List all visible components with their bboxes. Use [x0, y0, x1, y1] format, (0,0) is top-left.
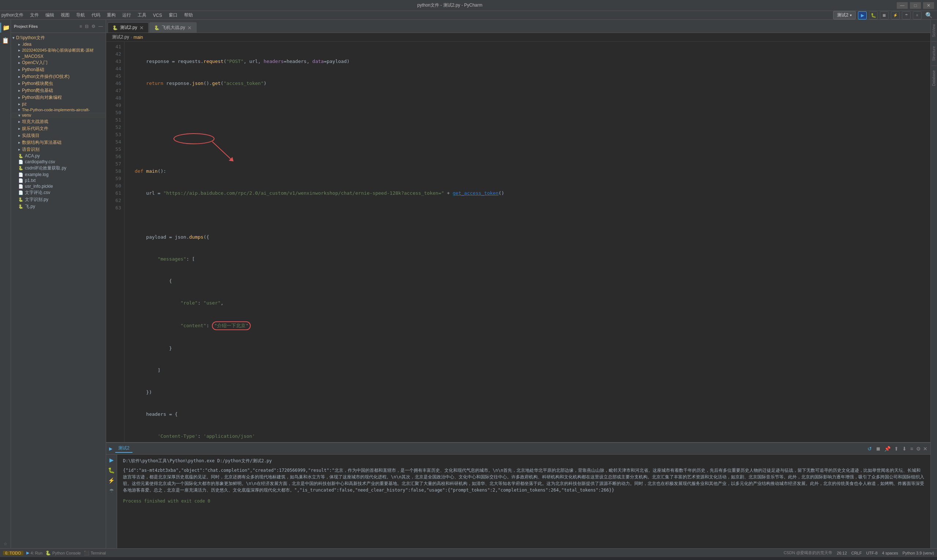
- tab-test2[interactable]: 🐍 测试2.py ✕: [108, 22, 149, 32]
- tree-item-idea[interactable]: ▸ .idea: [11, 42, 106, 47]
- run-restart-btn[interactable]: ↺: [867, 445, 872, 452]
- tree-item-python-io[interactable]: ▸ Python文件操作(IO技术): [11, 73, 106, 80]
- status-terminal[interactable]: ⬛ Terminal: [84, 551, 106, 555]
- run-status-icon: ▶: [26, 551, 29, 555]
- run-pin-btn[interactable]: 📌: [883, 445, 891, 452]
- tree-item-tank[interactable]: ▸ 坦克大战游戏: [11, 118, 106, 125]
- python-console-icon: 🐍: [45, 551, 51, 555]
- run-filter-btn[interactable]: ≡: [909, 445, 914, 452]
- menu-item-file[interactable]: 文件: [27, 11, 42, 19]
- stop-button[interactable]: ⏹: [880, 11, 889, 19]
- menu-item-help[interactable]: 帮助: [181, 11, 196, 19]
- status-todo[interactable]: 6: TODO: [3, 551, 23, 555]
- debug-button[interactable]: 🐛: [869, 11, 878, 19]
- tree-item-opencv[interactable]: ▸ OpenCV入门: [11, 59, 106, 66]
- tree-item-fly[interactable]: 🐍 飞.py: [11, 203, 106, 210]
- tree-item-label: OpenCV入门: [22, 60, 48, 66]
- tab-test2-close[interactable]: ✕: [140, 25, 144, 31]
- favorites-activity-icon[interactable]: ☆: [0, 538, 11, 548]
- tree-item-text-review-csv[interactable]: 📄 文字评论.csv: [11, 189, 106, 196]
- tree-item-20232402045[interactable]: ▸ 20232402045-影响心脏病诊断因素-源材: [11, 47, 106, 54]
- status-indent[interactable]: 4 spaces: [882, 551, 898, 555]
- run-play-side-btn[interactable]: ▶: [109, 456, 115, 464]
- tree-item-cardiopathy[interactable]: 📄 cardiopathy.csv: [11, 159, 106, 165]
- tab-aircraft[interactable]: 🐍 飞机大战.py ✕: [149, 22, 197, 32]
- terminal-icon: ⬛: [84, 551, 89, 555]
- project-activity-icon[interactable]: 📁: [0, 23, 11, 32]
- tree-item-macosx[interactable]: ▸ _MACOSX: [11, 54, 106, 59]
- sidebar-scope-btn[interactable]: ≡: [79, 24, 82, 29]
- tree-item-label: venv: [22, 113, 31, 118]
- minimize-button[interactable]: —: [897, 2, 908, 9]
- tree-item-aca[interactable]: 🐍 ACA.py: [11, 153, 106, 159]
- tree-item-text-recognition[interactable]: 🐍 文字识别.py: [11, 196, 106, 203]
- sidebar-settings-btn[interactable]: ⚙: [91, 24, 95, 29]
- sidebar-collapse-btn[interactable]: ⊟: [85, 24, 89, 29]
- run-scroll-bottom-btn[interactable]: ⬇: [902, 445, 907, 452]
- menu-item-run[interactable]: 运行: [119, 11, 134, 19]
- tree-item-python-oop[interactable]: ▸ Python面向对象编程: [11, 94, 106, 101]
- tree-item-entertainment[interactable]: ▸ 娱乐代码文件: [11, 125, 106, 132]
- run-tab-label[interactable]: 测试2: [115, 445, 132, 453]
- run-panel-settings[interactable]: ⚙: [916, 446, 921, 452]
- coverage-button[interactable]: ☂: [902, 11, 911, 19]
- menu-item-view[interactable]: 视图: [58, 11, 72, 19]
- tree-item-example-log[interactable]: 📄 example.log: [11, 172, 106, 177]
- status-python-version[interactable]: Python 3.9 (venv): [903, 551, 934, 555]
- code-text-54: }: [135, 345, 931, 352]
- right-panel-database[interactable]: Database: [931, 67, 937, 89]
- right-panel-sciview[interactable]: SciView: [931, 21, 937, 40]
- tree-item-aircraft[interactable]: ▸ The-Python-code-implements-aircraft-: [11, 107, 106, 112]
- menu-item-navigate[interactable]: 导航: [73, 11, 88, 19]
- tree-item-python-basic[interactable]: ▸ Python基础: [11, 66, 106, 73]
- run-content[interactable]: D:\软件\python工具\Python\python.exe D:/pyth…: [117, 455, 931, 548]
- tree-item-python-module[interactable]: ▸ Python模块爬虫: [11, 80, 106, 87]
- status-run-btn[interactable]: ▶ 4: Run: [26, 551, 43, 555]
- run-debug-side-btn[interactable]: 🐛: [107, 466, 115, 474]
- code-text-41: response = requests.request("POST", url,…: [135, 58, 931, 65]
- tree-item-python-crawler[interactable]: ▸ Python爬虫基础: [11, 87, 106, 94]
- status-python-console[interactable]: 🐍 Python Console: [45, 551, 81, 555]
- tree-root-label: D:\\python文件: [16, 35, 45, 41]
- folder-icon: ▸: [18, 88, 20, 93]
- menu-item-tools[interactable]: 工具: [135, 11, 149, 19]
- status-line-col[interactable]: 26:12: [837, 551, 847, 555]
- run-config-selector[interactable]: 测试2 ▾: [833, 11, 856, 19]
- right-panel-structure[interactable]: Structure: [931, 43, 937, 64]
- concurrency-button[interactable]: ≡: [913, 11, 922, 19]
- search-button[interactable]: 🔍: [925, 12, 932, 18]
- tree-item-root[interactable]: ▾ D:\\python文件: [11, 34, 106, 42]
- run-scroll-top-btn[interactable]: ⬆: [894, 445, 899, 452]
- tree-item-practical[interactable]: ▸ 实战项目: [11, 132, 106, 139]
- tree-item-pz[interactable]: ▸ pz: [11, 101, 106, 107]
- menu-item-edit[interactable]: 编辑: [43, 11, 57, 19]
- csv-file-icon: 📄: [18, 190, 23, 195]
- menu-item-vcs[interactable]: VCS: [150, 12, 165, 18]
- code-content[interactable]: response = requests.request("POST", url,…: [125, 42, 931, 442]
- run-stop-btn[interactable]: ⏹: [875, 445, 882, 452]
- tree-item-p1[interactable]: 📄 p1.txt: [11, 177, 106, 183]
- folder-icon: ▸: [18, 54, 20, 59]
- maximize-button[interactable]: □: [910, 2, 921, 9]
- profile-button[interactable]: ⚡: [891, 11, 900, 19]
- menu-item-refactor[interactable]: 重构: [104, 11, 118, 19]
- tree-item-venv[interactable]: ▾ venv: [11, 112, 106, 118]
- menu-item-window[interactable]: 窗口: [166, 11, 180, 19]
- tab-aircraft-close[interactable]: ✕: [188, 25, 192, 31]
- run-coverage-side-btn[interactable]: ☂: [108, 487, 115, 495]
- status-encoding[interactable]: UTF-8: [866, 551, 878, 555]
- tree-item-ds[interactable]: ▸ 数据结构与算法基础: [11, 139, 106, 146]
- run-button[interactable]: ▶: [858, 11, 867, 19]
- menu-item-code[interactable]: 代码: [89, 11, 103, 19]
- run-close-btn[interactable]: ✕: [923, 446, 928, 452]
- close-button[interactable]: ✕: [923, 2, 934, 9]
- structure-activity-icon[interactable]: 📋: [0, 35, 11, 45]
- breadcrumb-separator: ›: [131, 35, 132, 40]
- sidebar-close-btn[interactable]: —: [98, 24, 103, 29]
- tree-item-usr-info[interactable]: 📄 usr_info.pickle: [11, 183, 106, 189]
- run-profile-side-btn[interactable]: ⚡: [107, 477, 115, 485]
- tree-item-voice[interactable]: ▸ 语音识别: [11, 146, 106, 153]
- tree-item-csdn[interactable]: 🐍 csdn评论效量获取.py: [11, 165, 106, 172]
- status-crlf[interactable]: CRLF: [851, 551, 862, 555]
- tree-item-label: The-Python-code-implements-aircraft-: [22, 108, 90, 112]
